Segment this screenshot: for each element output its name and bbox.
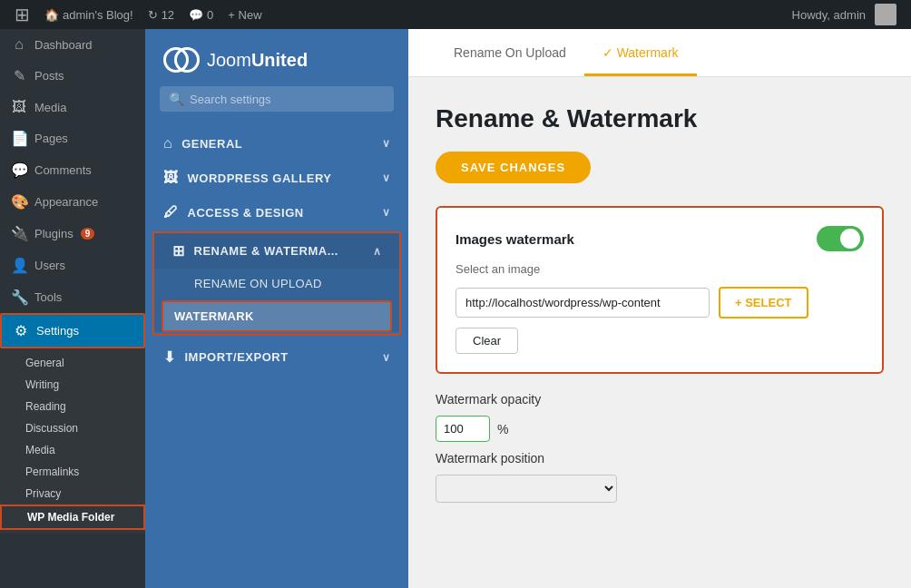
pages-icon: 📄 [11, 130, 27, 147]
menu-item-settings[interactable]: ⚙ Settings [0, 313, 145, 348]
clear-button[interactable]: Clear [456, 328, 518, 354]
opacity-row: % [436, 416, 884, 442]
submenu-writing[interactable]: Writing [0, 374, 145, 396]
plugin-submenu-watermark[interactable]: WATERMARK [162, 300, 392, 332]
save-changes-label: SAVE CHANGES [461, 161, 565, 174]
plugin-menu-general[interactable]: ⌂ GENERAL ∨ [145, 126, 408, 161]
plugin-sidebar: JoomUnited 🔍 ⌂ GENERAL ∨ 🖼 WORDPRESS GAL… [145, 29, 408, 588]
admin-bar: ⊞ 🏠 admin's Blog! ↻ 12 💬 0 + New Howdy, … [0, 0, 911, 29]
site-label: admin's Blog! [63, 8, 133, 22]
wp-logo[interactable]: ⊞ [7, 0, 37, 29]
submenu-label-writing: Writing [25, 378, 59, 391]
search-input[interactable] [190, 93, 385, 106]
menu-label-users: Users [34, 259, 65, 272]
page-title: Rename & Watermark [436, 104, 884, 133]
submenu-permalinks[interactable]: Permalinks [0, 461, 145, 483]
gallery-item-left: 🖼 WORDPRESS GALLERY [163, 170, 331, 186]
opacity-label: Watermark opacity [436, 392, 884, 407]
access-label: ACCESS & DESIGN [188, 206, 304, 220]
tab-rename-label: Rename On Upload [454, 45, 566, 60]
watermark-card-label: Images watermark [456, 231, 574, 247]
plugin-submenu-rename-on-upload[interactable]: RENAME ON UPLOAD [154, 269, 399, 299]
plugin-logo: JoomUnited [145, 29, 408, 86]
howdy-label: Howdy, admin [792, 8, 866, 22]
submenu-media[interactable]: Media [0, 439, 145, 461]
menu-label-tools: Tools [34, 290, 62, 304]
tab-watermark[interactable]: ✓ Watermark [584, 29, 697, 76]
submenu-reading[interactable]: Reading [0, 396, 145, 417]
site-name[interactable]: 🏠 admin's Blog! [37, 0, 141, 29]
plugin-search-box[interactable]: 🔍 [160, 86, 394, 112]
general-chevron: ∨ [382, 137, 391, 150]
updates-count: 12 [162, 8, 174, 22]
submenu-general[interactable]: General [0, 352, 145, 374]
watermark-card: Images watermark Select an image + SELEC… [436, 206, 884, 374]
tab-rename-on-upload[interactable]: Rename On Upload [436, 29, 584, 76]
position-select[interactable] [436, 475, 617, 503]
plugin-menu-wordpress-gallery[interactable]: 🖼 WORDPRESS GALLERY ∨ [145, 161, 408, 195]
access-item-left: 🖊 ACCESS & DESIGN [163, 204, 304, 220]
watermark-label: WATERMARK [174, 309, 254, 323]
submenu-privacy[interactable]: Privacy [0, 483, 145, 505]
plugin-menu-rename-watermark[interactable]: ⊞ RENAME & WATERMA... ∧ [154, 233, 399, 269]
submenu-label-reading: Reading [25, 400, 66, 413]
rename-submenu: RENAME ON UPLOAD WATERMARK [154, 269, 399, 332]
howdy-item[interactable]: Howdy, admin [785, 0, 904, 29]
access-chevron: ∨ [382, 206, 391, 219]
opacity-unit: % [497, 422, 508, 436]
import-icon: ⬇ [163, 348, 176, 366]
opacity-input[interactable] [436, 416, 490, 442]
content-body: Rename & Watermark SAVE CHANGES Images w… [408, 77, 911, 530]
gallery-label: WORDPRESS GALLERY [188, 172, 332, 185]
menu-item-pages[interactable]: 📄 Pages [0, 122, 145, 154]
tab-watermark-label: ✓ Watermark [602, 45, 679, 60]
site-icon: 🏠 [44, 8, 59, 22]
logo-text-bold: United [251, 50, 308, 70]
logo-circle-right [174, 47, 200, 73]
menu-label-comments: Comments [34, 163, 92, 177]
comments-item[interactable]: 💬 0 [181, 0, 220, 29]
menu-label-pages: Pages [34, 132, 68, 145]
menu-item-plugins[interactable]: 🔌 Plugins 9 [0, 218, 145, 250]
menu-item-posts[interactable]: ✎ Posts [0, 60, 145, 92]
submenu-wp-media-folder[interactable]: WP Media Folder [0, 505, 145, 530]
select-image-button[interactable]: + SELECT [719, 287, 808, 318]
general-item-left: ⌂ GENERAL [163, 135, 242, 152]
main-content: Rename On Upload ✓ Watermark Rename & Wa… [408, 29, 911, 588]
updates-item[interactable]: ↻ 12 [141, 0, 181, 29]
menu-item-dashboard[interactable]: ⌂ Dashboard [0, 29, 145, 60]
menu-label-settings: Settings [36, 324, 79, 338]
logo-text: JoomUnited [207, 50, 308, 71]
gallery-chevron: ∨ [382, 172, 391, 184]
search-icon: 🔍 [169, 92, 184, 106]
plugin-menu-import-export[interactable]: ⬇ IMPORT/EXPORT ∨ [145, 339, 408, 375]
access-icon: 🖊 [163, 204, 179, 220]
image-url-input[interactable] [456, 288, 710, 318]
watermark-toggle[interactable] [817, 226, 864, 251]
wp-wrap: ⌂ Dashboard ✎ Posts 🖼 Media 📄 Pages 💬 Co… [0, 29, 911, 588]
menu-item-tools[interactable]: 🔧 Tools [0, 281, 145, 313]
updates-icon: ↻ [148, 8, 158, 22]
import-item-left: ⬇ IMPORT/EXPORT [163, 348, 289, 366]
save-changes-button[interactable]: SAVE CHANGES [436, 152, 591, 183]
new-content-item[interactable]: + New [220, 0, 269, 29]
users-icon: 👤 [11, 257, 27, 274]
submenu-label-wp-media-folder: WP Media Folder [27, 511, 114, 524]
content-tabs: Rename On Upload ✓ Watermark [408, 29, 911, 77]
menu-item-users[interactable]: 👤 Users [0, 250, 145, 281]
gallery-icon: 🖼 [163, 170, 179, 186]
dashboard-icon: ⌂ [11, 36, 27, 53]
rename-item-left: ⊞ RENAME & WATERMA... [172, 242, 338, 260]
submenu-discussion[interactable]: Discussion [0, 417, 145, 439]
watermark-toggle-row: Images watermark [456, 226, 864, 251]
user-avatar [875, 4, 896, 25]
general-label: GENERAL [181, 137, 242, 151]
menu-label-plugins: Plugins [34, 227, 73, 240]
menu-item-appearance[interactable]: 🎨 Appearance [0, 186, 145, 218]
admin-menu: ⌂ Dashboard ✎ Posts 🖼 Media 📄 Pages 💬 Co… [0, 29, 145, 588]
menu-item-comments[interactable]: 💬 Comments [0, 154, 145, 186]
plugin-menu-access-design[interactable]: 🖊 ACCESS & DESIGN ∨ [145, 195, 408, 230]
menu-item-media[interactable]: 🖼 Media [0, 92, 145, 122]
clear-label: Clear [473, 334, 501, 348]
import-chevron: ∨ [382, 351, 391, 364]
